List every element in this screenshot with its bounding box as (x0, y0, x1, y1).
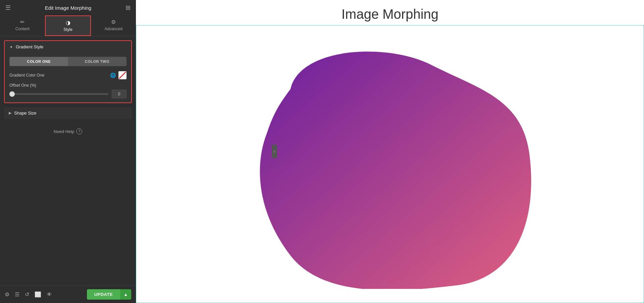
tab-content[interactable]: ✏ Content (0, 15, 45, 36)
gradient-style-section: ▼ Gradient Style COLOR ONE COLOR TWO Gra… (4, 40, 132, 103)
canvas-title: Image Morphing (341, 0, 438, 25)
gear-icon: ⚙ (111, 19, 116, 25)
gradient-color-one-row: Gradient Color One 🌐 (9, 71, 127, 80)
sidebar: ☰ Edit Image Morphing ⊞ ✏ Content ◑ Styl… (0, 0, 136, 303)
tab-style-label: Style (63, 27, 72, 32)
gradient-color-one-actions: 🌐 (108, 71, 127, 80)
need-help[interactable]: Need Help ? (0, 123, 136, 140)
color-two-tab[interactable]: COLOR TWO (68, 57, 127, 66)
grid-icon[interactable]: ⊞ (126, 4, 131, 11)
shape-size-section: ▶ Shape Size (4, 107, 132, 119)
slider-row (9, 90, 127, 98)
tab-advanced-label: Advanced (104, 27, 122, 31)
tabs-container: ✏ Content ◑ Style ⚙ Advanced (0, 15, 136, 36)
sidebar-title: Edit Image Morphing (45, 5, 91, 11)
help-icon: ? (76, 128, 82, 134)
gradient-style-title: Gradient Style (16, 44, 43, 49)
update-btn-group: UPDATE ▲ (87, 289, 131, 300)
color-tabs: COLOR ONE COLOR TWO (9, 57, 127, 66)
offset-one-label: Offset One (%) (9, 83, 127, 88)
shape-size-header[interactable]: ▶ Shape Size (4, 107, 132, 119)
layers-icon[interactable]: ☰ (15, 291, 19, 298)
chevron-right-icon: ▶ (9, 111, 11, 115)
hamburger-icon[interactable]: ☰ (5, 4, 11, 11)
chevron-down-icon: ▼ (9, 45, 13, 49)
color-one-tab[interactable]: COLOR ONE (10, 57, 68, 66)
bottom-toolbar: ⚙ ☰ ↺ ⬜ 👁 UPDATE ▲ (0, 286, 136, 303)
collapse-button[interactable]: ‹ (272, 145, 277, 158)
sidebar-header: ☰ Edit Image Morphing ⊞ (0, 0, 136, 15)
circle-half-icon: ◑ (66, 19, 70, 26)
offset-one-slider[interactable] (9, 93, 108, 95)
update-dropdown-button[interactable]: ▲ (120, 289, 131, 300)
blob-svg (162, 39, 618, 289)
bottom-icons: ⚙ ☰ ↺ ⬜ 👁 (5, 291, 52, 298)
tab-style[interactable]: ◑ Style (45, 15, 91, 36)
gradient-color-one-label: Gradient Color One (9, 73, 44, 78)
history-icon[interactable]: ↺ (25, 291, 29, 298)
slash-icon[interactable] (118, 71, 127, 79)
panel-content: ▼ Gradient Style COLOR ONE COLOR TWO Gra… (0, 36, 136, 286)
offset-one-value[interactable] (112, 90, 127, 98)
pencil-icon: ✏ (20, 19, 24, 25)
offset-one-section: Offset One (%) (9, 83, 127, 98)
tab-advanced[interactable]: ⚙ Advanced (91, 15, 136, 36)
globe-icon[interactable]: 🌐 (108, 71, 117, 80)
canvas-wrapper (136, 25, 644, 303)
need-help-label: Need Help (54, 129, 74, 134)
gradient-style-body: COLOR ONE COLOR TWO Gradient Color One 🌐 (5, 53, 131, 102)
shape-size-title: Shape Size (14, 111, 37, 116)
settings-icon[interactable]: ⚙ (5, 291, 9, 298)
responsive-icon[interactable]: ⬜ (35, 291, 41, 298)
eye-icon[interactable]: 👁 (47, 292, 52, 298)
update-button[interactable]: UPDATE (87, 289, 120, 300)
main-canvas: Image Morphing (136, 0, 644, 303)
tab-content-label: Content (15, 27, 30, 31)
gradient-style-header[interactable]: ▼ Gradient Style (5, 41, 131, 53)
